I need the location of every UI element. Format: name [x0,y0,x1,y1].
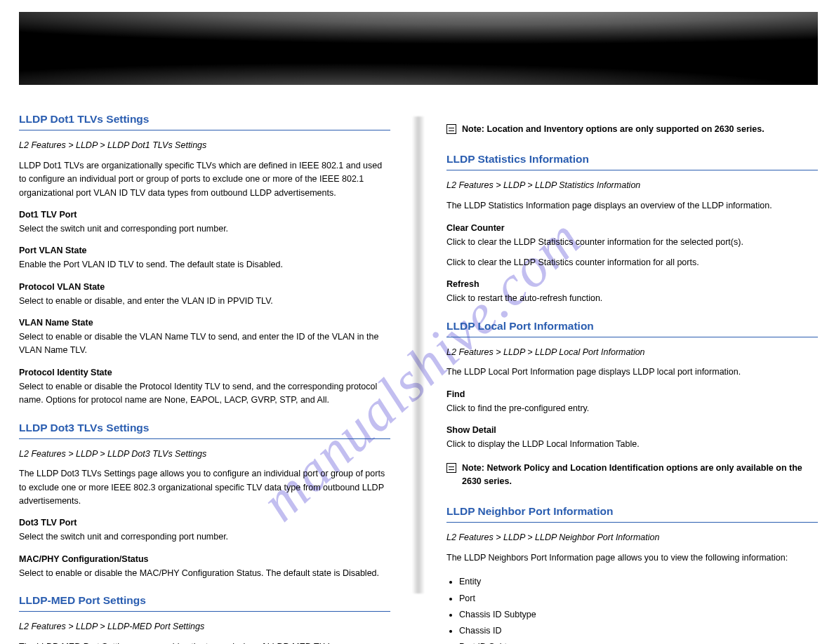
breadcrumb: L2 Features > LLDP > LLDP Dot1 TLVs Sett… [19,139,390,152]
breadcrumb: L2 Features > LLDP > LLDP Statistics Inf… [446,179,818,192]
note-icon [446,463,456,473]
paragraph: Select to enable or disable the VLAN Nam… [19,330,390,358]
note-block: Note: Network Policy and Location Identi… [446,462,818,489]
note-text: Note: Network Policy and Location Identi… [462,462,818,489]
note-text: Note: Location and Inventory options are… [462,123,764,136]
paragraph: The LLDP Statistics Information page dis… [446,199,818,213]
section-heading-dot1-tlvs[interactable]: LLDP Dot1 TLVs Settings [19,113,390,130]
list-item: Entity [459,575,818,589]
field-label: MAC/PHY Configuration/Status [19,554,390,564]
field-label: Dot1 TLV Port [19,210,390,220]
section-heading-lldp-local-port[interactable]: LLDP Local Port Information [446,320,818,337]
paragraph: The LLDP Neighbors Port Information page… [446,551,818,565]
field-label: Port VLAN State [19,246,390,255]
paragraph: The LLDP-MED Port Settings page enables … [19,640,390,644]
paragraph: The LLDP Dot3 TLVs Settings page allows … [19,467,390,508]
field-label: VLAN Name State [19,318,390,328]
field-label: Find [446,389,818,399]
breadcrumb: L2 Features > LLDP > LLDP-MED Port Setti… [19,620,390,633]
section-heading-lldp-statistics[interactable]: LLDP Statistics Information [446,153,818,170]
paragraph: Select to enable or disable the MAC/PHY … [19,567,390,580]
section-heading-dot3-tlvs[interactable]: LLDP Dot3 TLVs Settings [19,422,390,439]
paragraph: Select to enable or disable, and enter t… [19,295,390,308]
header-banner [19,12,818,85]
paragraph: Select the switch unit and corresponding… [19,222,390,236]
paragraph: Click to find the pre-configured entry. [446,402,818,415]
field-label: Refresh [446,279,818,289]
paragraph: Select the switch unit and corresponding… [19,530,390,544]
paragraph: Click to clear the LLDP Statistics count… [446,256,818,269]
field-label: Protocol Identity State [19,368,390,377]
field-label: Dot3 TLV Port [19,518,390,528]
field-label: Clear Counter [446,223,818,233]
section-heading-lldp-neighbor-port[interactable]: LLDP Neighbor Port Information [446,505,818,523]
list-item: Port [459,591,818,606]
paragraph: Select to enable or disable the Protocol… [19,380,390,408]
bullet-list: Entity Port Chassis ID Subtype Chassis I… [459,575,818,644]
paragraph: The LLDP Local Port Information page dis… [446,365,818,379]
list-item: Chassis ID Subtype [459,608,818,622]
field-label: Show Detail [446,425,818,435]
breadcrumb: L2 Features > LLDP > LLDP Local Port Inf… [446,346,818,359]
paragraph: Click to display the LLDP Local Informat… [446,438,818,451]
field-label: Protocol VLAN State [19,282,390,292]
breadcrumb: L2 Features > LLDP > LLDP Dot3 TLVs Sett… [19,448,390,461]
paragraph: Click to restart the auto-refresh functi… [446,292,818,305]
banner-gradient [19,12,818,85]
section-heading-lldp-med-port[interactable]: LLDP-MED Port Settings [19,594,390,612]
breadcrumb: L2 Features > LLDP > LLDP Neighbor Port … [446,531,818,544]
note-icon [446,124,456,134]
list-item: Port ID Subtype [459,640,818,644]
paragraph: Enable the Port VLAN ID TLV to send. The… [19,258,390,271]
note-block: Note: Location and Inventory options are… [446,123,818,136]
paragraph: Click to clear the LLDP Statistics count… [446,236,818,249]
list-item: Chassis ID [459,624,818,638]
paragraph: LLDP Dot1 TLVs are organizationally spec… [19,159,390,200]
